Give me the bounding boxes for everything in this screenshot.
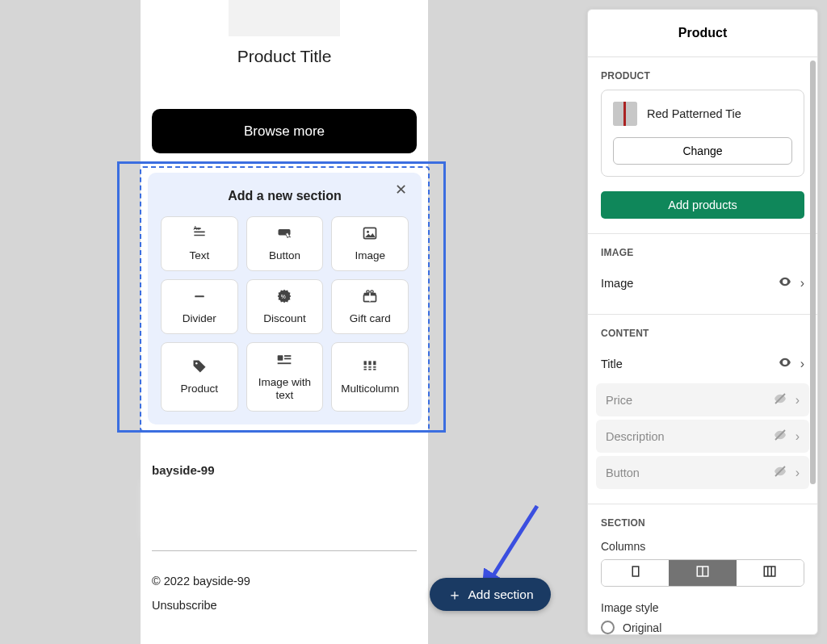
selected-product-name: Red Patterned Tie [647,107,741,120]
svg-point-12 [195,362,198,365]
setting-row-price[interactable]: Price › [596,383,809,416]
svg-rect-22 [368,369,371,370]
eye-icon[interactable] [778,274,792,291]
svg-point-11 [371,291,373,293]
chevron-right-icon: › [800,276,804,291]
section-type-divider[interactable]: Divider [161,279,238,334]
unsubscribe-link[interactable]: Unsubscribe [152,599,217,612]
product-image-placeholder [229,0,340,36]
add-section-label: Add section [468,588,534,602]
svg-rect-20 [368,361,371,365]
section-type-image-with-text[interactable]: Image with text [246,342,324,412]
add-section-title: Add a new section [161,189,409,203]
product-thumbnail [613,102,637,126]
chevron-right-icon: › [796,393,800,408]
eye-off-icon[interactable] [773,391,787,408]
setting-row-label: Price [606,394,632,407]
svg-rect-17 [364,361,367,365]
sidebar-scroll[interactable]: PRODUCT Red Patterned Tie Change Add pro… [588,57,817,634]
add-products-button[interactable]: Add products [601,191,804,219]
columns-segmented-control [601,559,804,587]
svg-rect-21 [368,366,371,368]
settings-sidebar: Product PRODUCT Red Patterned Tie Change… [587,9,818,635]
close-icon[interactable]: ✕ [395,182,407,197]
svg-rect-9 [369,293,371,302]
selected-product-box: Red Patterned Tie Change [601,90,804,177]
columns-option-1[interactable] [602,560,669,586]
section-type-discount[interactable]: % Discount [246,279,324,334]
plus-icon: ＋ [447,588,462,602]
change-product-button[interactable]: Change [613,137,792,165]
add-section-button[interactable]: ＋ Add section [430,578,551,611]
setting-row-title[interactable]: Title › [588,347,817,380]
setting-row-label: Title [601,358,623,370]
add-section-panel: ✕ Add a new section Aa Text Button Image [148,173,422,424]
group-label-product: PRODUCT [588,57,817,90]
three-column-icon [762,564,777,582]
browse-more-label: Browse more [244,123,325,140]
svg-rect-34 [765,567,776,576]
section-type-label: Divider [179,312,220,325]
svg-rect-25 [373,369,376,370]
scrollbar-thumb[interactable] [810,61,816,484]
image-style-option-label: Original [623,621,661,634]
svg-rect-5 [195,295,204,297]
section-type-label: Discount [260,312,309,325]
section-type-label: Multicolumn [338,383,402,395]
image-icon [362,225,378,245]
chevron-right-icon: › [796,466,800,480]
radio-icon [601,621,615,634]
section-type-product[interactable]: Product [161,342,238,412]
section-type-image[interactable]: Image [331,216,409,271]
svg-text:%: % [281,293,286,299]
sidebar-title: Product [588,10,817,57]
chevron-right-icon: › [796,429,800,444]
columns-option-3[interactable] [737,560,804,586]
section-type-label: Button [266,249,304,262]
eye-off-icon[interactable] [773,428,787,445]
group-label-section: SECTION [588,504,817,537]
svg-rect-31 [632,567,639,576]
svg-rect-24 [373,366,376,368]
columns-option-2[interactable] [669,560,736,586]
image-style-option-original[interactable]: Original [588,621,817,634]
eye-icon[interactable] [778,355,792,372]
text-icon: Aa [191,225,208,245]
svg-rect-23 [373,361,376,365]
divider-icon [191,288,208,307]
eye-off-icon[interactable] [773,464,787,481]
svg-rect-16 [278,362,292,364]
columns-label: Columns [588,537,817,559]
gift-icon [362,288,378,307]
one-column-icon [628,564,643,582]
svg-text:a: a [197,226,199,231]
store-name: bayside-99 [152,463,215,477]
section-type-multicolumn[interactable]: Multicolumn [331,342,409,412]
section-type-button[interactable]: Button [246,216,324,271]
setting-row-image[interactable]: Image › [588,266,817,299]
button-icon [276,225,292,245]
footer-divider [152,550,417,551]
svg-rect-15 [284,358,291,359]
section-type-text[interactable]: Aa Text [161,216,238,271]
setting-row-description[interactable]: Description › [596,420,809,453]
tag-icon [191,358,208,378]
chevron-right-icon: › [800,357,804,371]
svg-point-4 [367,231,369,233]
svg-rect-19 [364,369,367,370]
section-type-label: Product [178,383,222,395]
browse-more-button[interactable]: Browse more [152,109,417,153]
group-label-content: CONTENT [588,315,817,347]
svg-point-27 [783,362,786,364]
svg-rect-14 [284,355,291,357]
copyright-text: © 2022 bayside-99 [152,575,250,588]
group-label-image: IMAGE [588,234,817,266]
section-type-label: Image [351,249,388,262]
image-style-label: Image style [588,587,817,621]
section-type-gift-card[interactable]: Gift card [331,279,409,334]
image-text-icon [276,352,292,371]
product-title: Product Title [141,47,428,66]
svg-point-26 [783,281,786,283]
section-type-label: Gift card [346,312,394,325]
setting-row-button[interactable]: Button › [596,456,809,489]
